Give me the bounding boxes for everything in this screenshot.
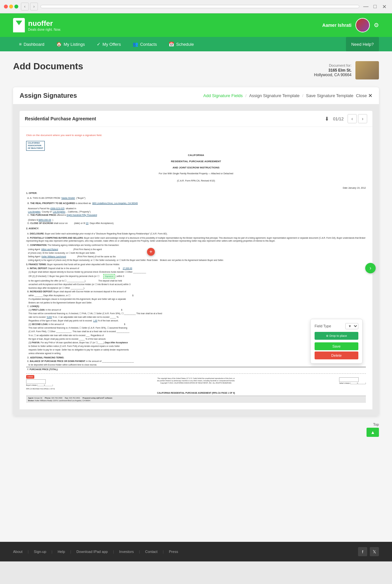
document-content[interactable]: Click on the document where you want to … [20, 127, 372, 409]
nav-offers-label: My Offers [103, 42, 121, 47]
doc-section-1b: B. THE REAL PROPERTY TO BE ACQUIRED is d… [26, 202, 366, 205]
section-3c-1-cont: This loan will be conventional financing… [26, 312, 366, 315]
doc-section-2b: B. POTENTIALLY COMPETING BUYERS AND SELL… [26, 236, 366, 242]
delete-doc-button[interactable]: Delete [315, 352, 358, 359]
add-signature-button[interactable]: + [147, 248, 155, 256]
top-area: Top ▲ [13, 422, 379, 437]
initials-label: Initials [26, 375, 34, 378]
footer-press[interactable]: Press [169, 550, 178, 554]
close-button[interactable]: Close ✕ [356, 93, 372, 99]
section-3c-1-rate: rate not to exceed 5,000 % or, ☐ an adju… [26, 316, 366, 318]
section-3a-4: uncashed until Acceptance and then depos… [26, 283, 366, 286]
nav-contacts[interactable]: 👥 Contacts [127, 37, 163, 51]
doc-viewer-header: Residential Purchase Agreement ⬇ 01/12 ‹… [20, 111, 372, 127]
footer-sep-3: | [70, 550, 71, 554]
section-2a-label: DISCLOSURE: [30, 232, 44, 235]
add-signature-fields-link[interactable]: Add Signature Fields [203, 93, 243, 98]
browser-close-icon[interactable]: ✕ [380, 3, 388, 10]
next-page-arrow[interactable]: › [365, 263, 376, 273]
avatar-image [356, 19, 369, 32]
nav-dashboard-label: Dashboard [24, 42, 44, 47]
doc-info-text: Document for: 3165 Elm St. Hollywood, CA… [314, 63, 351, 77]
twitter-button[interactable]: 𝕏 [370, 547, 379, 556]
browser-back-button[interactable]: ‹ [21, 3, 29, 10]
signature-field[interactable]: Signature [103, 274, 115, 279]
buyer-initials-box[interactable] [26, 379, 46, 384]
doc-section-1a: A. A. THIS IS AN OFFER FROM Naida Sheikh… [26, 197, 366, 200]
download-icon[interactable]: ⬇ [325, 116, 329, 122]
selling-agent-line: Selling Agent Keller Williams Larchmont … [26, 255, 366, 258]
save-doc-button[interactable]: Save [315, 342, 358, 350]
user-name: Aamer Ishrati [322, 23, 351, 28]
minimize-icon[interactable]: — [362, 3, 370, 10]
footer-ipad[interactable]: Download IPad app [76, 550, 108, 554]
doc-header-form: (C.A.R. Form RPA-CA, Revised 4/10) [26, 179, 366, 182]
section-1a-text: A. THIS IS AN OFFER FROM [30, 197, 60, 199]
facebook-button[interactable]: f [358, 547, 367, 556]
restore-icon[interactable]: □ [371, 3, 379, 10]
doc-for-label: Document for: [314, 63, 351, 67]
footer-sep-6: | [163, 550, 164, 554]
nav-help[interactable]: Need Help? [346, 37, 379, 51]
county-value: Los Angeles [53, 211, 65, 213]
window-close-button[interactable] [4, 5, 8, 9]
next-page-button[interactable]: › [358, 114, 367, 123]
loan-rate: 5,000 [47, 316, 52, 318]
footer-help[interactable]: Help [57, 550, 65, 554]
url-bar[interactable] [41, 5, 359, 8]
footer-signup[interactable]: Sign-up [34, 550, 46, 554]
contacts-icon: 👥 [133, 42, 138, 47]
footer-investors[interactable]: Investors [119, 550, 134, 554]
dashboard-icon: ≡ [19, 42, 22, 47]
footer-about[interactable]: About [13, 550, 23, 554]
drop-zone[interactable]: ⊕ Drop to place [315, 332, 358, 340]
assign-signature-template-link[interactable]: Assign Signature Template [249, 93, 300, 98]
section-3e-cont: to be deposited with Escrow Holder withi… [26, 363, 366, 366]
logo-tagline: Deals done right. Now. [28, 28, 61, 31]
window-minimize-button[interactable] [9, 5, 13, 9]
window-maximize-button[interactable] [14, 5, 18, 9]
separator-1: / [245, 93, 247, 98]
browser-navigation: ‹ › [21, 3, 38, 10]
section-1b-label: THE REAL PROPERTY TO BE ACQUIRED [30, 202, 75, 204]
nav-my-listings[interactable]: 🏠 My Listings [50, 37, 91, 51]
section-3a-2: OR (2) (if checked) ☐ Buyer has given th… [26, 274, 366, 279]
doc-section-1: 1. OFFER: [26, 192, 366, 195]
seller-initials-box[interactable] [339, 377, 359, 382]
footer-contact[interactable]: Contact [145, 550, 157, 554]
nav-schedule[interactable]: 📅 Schedule [163, 37, 200, 51]
close-icon: ✕ [368, 93, 372, 99]
assign-signatures-title: Assign Signatures [20, 92, 77, 99]
section-3b-liquidated2: Brokers are not parties to the Agreement… [26, 301, 366, 304]
nav-dashboard[interactable]: ≡ Dashboard [13, 37, 50, 51]
browser-window-controls [4, 5, 18, 9]
field-type-label: Field Type [315, 324, 331, 329]
document-page-wrapper: Click on the document where you want to … [20, 127, 372, 409]
doc-price-line: (Dollars $ $850,000.00 ) [26, 218, 366, 222]
nav-listings-label: My Listings [64, 42, 85, 47]
doc-section-2: 2. AGENCY: [26, 227, 366, 230]
doc-section-1c: C. THE PURCHASE PRICE offered is Eight H… [26, 214, 366, 217]
site-footer: About | Sign-up | Help | Download IPad a… [0, 542, 392, 561]
page-header: Add Documents Document for: 3165 Elm St.… [13, 61, 379, 79]
save-signature-template-link[interactable]: Save Signature Template [306, 93, 353, 98]
car-logo: CALIFORNIAASSOCIATIONOF REALTORS® [26, 141, 366, 150]
price-value: $850,000.00 [39, 219, 51, 221]
top-label: Top [13, 422, 379, 426]
browser-extra-controls: — □ ✕ [362, 3, 388, 10]
car-logo-box: CALIFORNIAASSOCIATIONOF REALTORS® [26, 141, 45, 150]
doc-county: Los Angeles County of Los Angeles , Cali… [26, 210, 366, 214]
browser-forward-button[interactable]: › [30, 3, 38, 10]
agent-info: Agent: Imraan Ali Phone: 323.762.2600 Fa… [26, 396, 366, 403]
nav-my-offers[interactable]: ✓ My Offers [91, 37, 127, 51]
listing-agent: Hilton and Ryland [41, 248, 58, 250]
drop-icon: ⊕ [326, 334, 329, 337]
doc-section-2c: C. CONFIRMATION: The following agency re… [26, 244, 366, 247]
section-3c-label: C. LOAN(S): [26, 305, 366, 308]
logo-name: nuoffer [28, 19, 61, 28]
prev-page-button[interactable]: ‹ [348, 114, 357, 123]
field-type-select[interactable]: ▼ [345, 323, 358, 329]
settings-icon[interactable]: ⚙ [374, 22, 379, 29]
top-button[interactable]: ▲ [367, 428, 379, 437]
section-1-label: 1. OFFER: [26, 192, 37, 194]
